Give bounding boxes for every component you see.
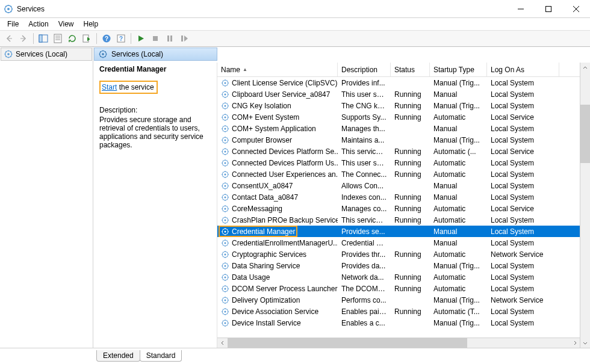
service-name: Connected Devices Platform Se... bbox=[232, 147, 338, 156]
service-row[interactable]: COM+ Event SystemSupports Sy...RunningAu… bbox=[217, 111, 580, 123]
service-name: Contact Data_a0847 bbox=[232, 193, 298, 202]
gear-icon bbox=[221, 307, 229, 316]
scroll-up-icon[interactable] bbox=[580, 63, 590, 73]
scroll-down-icon[interactable] bbox=[580, 338, 590, 348]
service-row[interactable]: Delivery OptimizationPerforms co...Manua… bbox=[217, 294, 580, 306]
stop-service-button[interactable] bbox=[149, 32, 162, 45]
svg-point-38 bbox=[225, 185, 226, 187]
svg-rect-4 bbox=[39, 35, 42, 42]
tab-standard[interactable]: Standard bbox=[140, 350, 182, 362]
service-row[interactable]: CredentialEnrollmentManagerU...Credentia… bbox=[217, 237, 580, 248]
forward-button[interactable] bbox=[17, 32, 30, 45]
service-row[interactable]: Computer BrowserMaintains a...Manual (Tr… bbox=[217, 134, 580, 146]
service-description: Manages co... bbox=[338, 205, 391, 213]
service-name: Connected User Experiences an... bbox=[232, 170, 338, 179]
tree-item-services-local[interactable]: Services (Local) bbox=[1, 48, 92, 61]
svg-point-18 bbox=[102, 53, 104, 55]
pause-service-button[interactable] bbox=[163, 32, 176, 45]
gear-icon bbox=[221, 250, 229, 259]
svg-point-26 bbox=[225, 116, 226, 118]
service-row[interactable]: Connected Devices Platform Us...This use… bbox=[217, 157, 580, 168]
horizontal-scrollbar-thumb[interactable] bbox=[228, 338, 467, 348]
service-row[interactable]: COM+ System ApplicationManages th...Manu… bbox=[217, 123, 580, 134]
service-row[interactable]: CrashPlan PROe Backup ServiceThis servic… bbox=[217, 214, 580, 226]
service-row[interactable]: Connected User Experiences an...The Conn… bbox=[217, 168, 580, 180]
content-header: Services (Local) bbox=[94, 48, 217, 61]
properties-button[interactable] bbox=[51, 32, 64, 45]
export-button[interactable] bbox=[80, 32, 93, 45]
horizontal-scrollbar[interactable] bbox=[217, 338, 580, 348]
service-row[interactable]: Data UsageNetwork da...RunningAutomaticL… bbox=[217, 271, 580, 283]
gear-icon bbox=[221, 273, 229, 282]
minimize-button[interactable] bbox=[507, 0, 535, 18]
service-row[interactable]: DCOM Server Process LauncherThe DCOML...… bbox=[217, 283, 580, 294]
tree-pane: Services (Local) bbox=[0, 47, 93, 348]
tabs-row: Extended Standard bbox=[0, 348, 590, 362]
gear-icon bbox=[221, 262, 229, 270]
task-pane: Credential Manager Start the service Des… bbox=[93, 61, 217, 348]
service-row[interactable]: CoreMessagingManages co...RunningAutomat… bbox=[217, 203, 580, 214]
menu-help[interactable]: Help bbox=[79, 19, 104, 29]
menu-file[interactable]: File bbox=[2, 19, 23, 29]
restart-service-button[interactable] bbox=[178, 32, 191, 45]
service-log-on-as: Network Service bbox=[487, 250, 559, 259]
scroll-right-icon[interactable] bbox=[570, 338, 580, 348]
service-name: Delivery Optimization bbox=[232, 296, 300, 304]
service-description: Enables pair... bbox=[338, 307, 391, 316]
show-hide-tree-button[interactable] bbox=[37, 32, 50, 45]
gear-icon bbox=[221, 227, 229, 236]
vertical-scrollbar[interactable] bbox=[580, 63, 590, 348]
svg-rect-2 bbox=[546, 6, 551, 11]
svg-rect-14 bbox=[181, 35, 183, 42]
service-log-on-as: Local Service bbox=[487, 113, 559, 122]
service-name: CrashPlan PROe Backup Service bbox=[232, 216, 338, 224]
service-row[interactable]: ConsentUX_a0847Allows Con...ManualLocal … bbox=[217, 180, 580, 191]
column-log-on-as[interactable]: Log On As bbox=[487, 63, 559, 76]
help2-button[interactable]: ? bbox=[114, 32, 128, 45]
service-row[interactable]: Clipboard User Service_a0847This user se… bbox=[217, 88, 580, 100]
service-log-on-as: Local System bbox=[487, 102, 559, 110]
menu-action[interactable]: Action bbox=[23, 19, 53, 29]
service-name: Cryptographic Services bbox=[232, 250, 306, 259]
service-row[interactable]: Credential ManagerProvides se...ManualLo… bbox=[217, 226, 580, 237]
service-row[interactable]: Device Association ServiceEnables pair..… bbox=[217, 306, 580, 317]
service-status: Running bbox=[391, 273, 430, 282]
service-status: Running bbox=[391, 205, 430, 213]
service-row[interactable]: Device Install ServiceEnables a c...Manu… bbox=[217, 317, 580, 329]
service-row[interactable]: Cryptographic ServicesProvides thr...Run… bbox=[217, 248, 580, 260]
service-startup-type: Manual bbox=[430, 239, 487, 247]
svg-rect-13 bbox=[170, 35, 172, 42]
start-service-link[interactable]: Start bbox=[102, 83, 117, 91]
svg-point-28 bbox=[225, 128, 226, 129]
gear-icon bbox=[221, 125, 229, 133]
service-startup-type: Manual (Trig... bbox=[430, 102, 487, 110]
service-startup-type: Automatic bbox=[430, 170, 487, 179]
svg-text:?: ? bbox=[119, 35, 123, 42]
service-log-on-as: Local System bbox=[487, 227, 559, 236]
start-service-button[interactable] bbox=[134, 32, 148, 45]
service-row[interactable]: CNG Key IsolationThe CNG ke...RunningMan… bbox=[217, 100, 580, 111]
scroll-left-icon[interactable] bbox=[217, 338, 228, 348]
close-button[interactable] bbox=[562, 0, 590, 18]
description-label: Description: bbox=[99, 106, 211, 114]
column-status[interactable]: Status bbox=[391, 63, 430, 76]
svg-point-50 bbox=[225, 253, 226, 255]
maximize-button[interactable] bbox=[535, 0, 562, 18]
tab-extended[interactable]: Extended bbox=[96, 350, 140, 362]
service-row[interactable]: Contact Data_a0847Indexes con...RunningM… bbox=[217, 191, 580, 203]
column-name[interactable]: Name▲ bbox=[217, 63, 338, 76]
service-row[interactable]: Connected Devices Platform Se...This ser… bbox=[217, 146, 580, 157]
help-button[interactable]: ? bbox=[100, 32, 113, 45]
refresh-button[interactable] bbox=[66, 32, 79, 45]
service-status: Running bbox=[391, 193, 430, 202]
back-button[interactable] bbox=[2, 32, 16, 45]
column-description[interactable]: Description bbox=[338, 63, 391, 76]
service-row[interactable]: Client License Service (ClipSVC)Provides… bbox=[217, 77, 580, 88]
service-row[interactable]: Data Sharing ServiceProvides da...Manual… bbox=[217, 260, 580, 271]
vertical-scrollbar-thumb[interactable] bbox=[580, 105, 590, 163]
service-description: Credential E... bbox=[338, 239, 391, 247]
svg-point-46 bbox=[225, 230, 226, 232]
service-name: Connected Devices Platform Us... bbox=[232, 159, 338, 167]
menu-view[interactable]: View bbox=[54, 19, 79, 29]
column-startup-type[interactable]: Startup Type bbox=[430, 63, 487, 76]
